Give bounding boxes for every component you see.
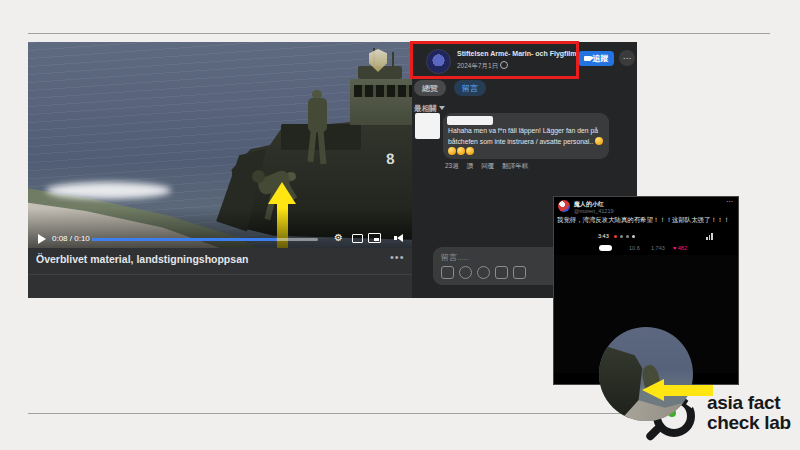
x-repost-count[interactable]: 1,743 [651,245,665,251]
scrubber-dot [614,235,617,238]
x-video-circle-frame [599,327,693,421]
x-like-count[interactable]: ♥ 482 [673,245,687,251]
x-video-area[interactable] [554,255,738,373]
settings-gear-icon[interactable]: ⚙ [334,232,343,243]
tab-overview[interactable]: 總覽 [414,80,446,96]
progress-fill [92,238,277,241]
video-title: Överblivet material, landstigningshoppsa… [36,253,376,265]
commenter-name-blurred [447,116,493,125]
top-divider [28,33,770,34]
scrubber-dot [626,235,629,238]
comment-translate-link[interactable]: 翻譯年糕 [502,162,528,169]
sticker-icon[interactable] [513,266,526,279]
afcl-wordmark: asia fact check lab [707,393,791,433]
soldier-standing [300,90,334,185]
x-post-screenshot: 魔人的小红 @moren_41219 ⋯ 我觉得，湾湾反攻大陆真的有希望！！！这… [553,196,739,385]
facebook-screenshot: 8 [28,42,637,298]
facebook-video-column: 8 [28,42,412,298]
fact-check-graphic: 8 [0,0,800,450]
x-video-duration: 3:43 [598,233,609,239]
scrubber-dot [632,235,635,238]
comment-text: Hahaha men va f*n fäll läppen! Lägger fa… [448,127,598,134]
sweat-smile-emoji-icon [595,137,603,145]
tab-comments[interactable]: 留言 [454,80,486,96]
comment-text: båtchefen som inte instruera / avsatte p… [448,137,604,145]
image-icon[interactable] [441,266,454,279]
volume-icon[interactable] [397,234,403,242]
rofl-emoji-icon [466,147,474,155]
red-highlight-box [410,41,579,79]
more-icon[interactable]: ⋯ [726,198,733,206]
video-frame[interactable]: 8 [28,42,412,248]
x-handle: @moren_41219 [574,208,614,214]
video-timestamp: 0:08 / 0:10 [52,234,90,243]
rofl-emoji-icon [448,147,456,155]
more-button[interactable]: ⋯ [619,50,635,66]
x-post-text: 我觉得，湾湾反攻大陆真的有希望！！！这部队太强了！！！ [557,216,735,225]
comment-emoji-row [448,147,475,155]
more-icon[interactable]: ••• [390,251,405,263]
play-icon[interactable] [38,234,46,244]
video-camera-icon [584,56,591,61]
cabin-windows [354,85,412,97]
follow-button[interactable]: 追蹤 [578,51,614,66]
commenter-avatar-blurred [415,113,440,139]
hull-number: 8 [385,150,395,168]
media-badge [599,245,612,251]
x-reply-count[interactable]: 10.6 [629,245,640,251]
cast-icon[interactable] [352,234,363,243]
views-bars-icon [706,233,713,240]
video-action-bar: 讚 留言 分享 20 · 2則留言 · 6,263次觀看 [28,274,412,299]
composer-icons [441,266,526,279]
magnifier-handle [645,424,663,442]
emoji-icon[interactable] [477,266,490,279]
progress-bar[interactable] [92,238,318,241]
chevron-down-icon [439,106,445,110]
pip-icon[interactable] [368,233,381,243]
composer-placeholder: 留言..... [441,252,468,263]
x-avatar[interactable] [558,200,570,212]
bottom-divider [28,413,650,414]
comment-reply-link[interactable]: 回覆 [481,162,494,169]
wave-foam [46,182,171,199]
scrubber-dot [620,235,623,238]
antenna-mast [392,52,394,68]
camera-icon[interactable] [495,266,508,279]
comment-bubble: Hahaha men va f*n fäll läppen! Lägger fa… [443,113,609,159]
comment-like-link[interactable]: 讚 [467,162,474,169]
comment-meta-row: 23週讚回覆翻譯年糕 [445,162,536,171]
comment-age: 23週 [445,162,459,169]
sweat-smile-emoji-icon [457,147,465,155]
avatar-sticker-icon[interactable] [459,266,472,279]
